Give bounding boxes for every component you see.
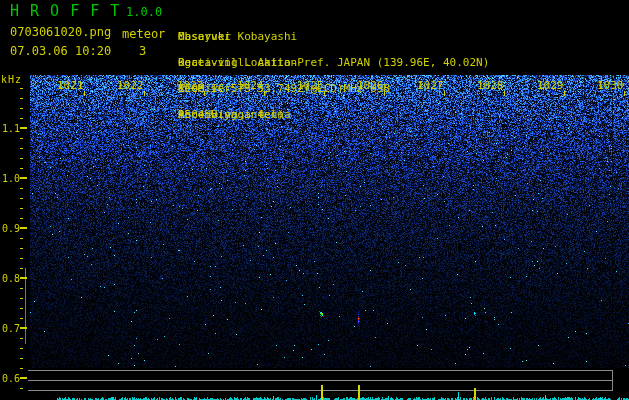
info-value: Masayuki Kobayashi — [178, 30, 297, 43]
record-datetime: 07.03.06 10:20 — [10, 44, 111, 58]
info-value: Ogata-vill. Akita-Pref. JAPAN (139.96E, … — [178, 56, 489, 69]
freq-label: 0.9 — [2, 223, 20, 234]
meteor-count-value: 3 — [139, 44, 146, 58]
time-label: 1021 — [57, 79, 84, 92]
freq-label: 0.8 — [2, 273, 20, 284]
freq-label: 1.0 — [2, 173, 20, 184]
time-label: 1027 — [417, 79, 444, 92]
time-label: 1023 — [177, 79, 204, 92]
station-info: Observer: Masayuki Kobayashi Receiving L… — [178, 4, 205, 134]
app-title: H R O F F T — [10, 2, 120, 20]
freq-label: 0.7 — [2, 323, 20, 334]
time-label: 1024 — [237, 79, 264, 92]
meteor-count-label: meteor — [122, 27, 165, 41]
time-label: 1030 — [597, 79, 624, 92]
time-label: 1029 — [537, 79, 564, 92]
time-label: 1022 — [117, 79, 144, 92]
freq-axis-unit: kHz — [1, 74, 22, 85]
freq-label: 1.1 — [2, 123, 20, 134]
app-version: 1.0.0 — [126, 5, 162, 19]
time-label: 1025 — [297, 79, 324, 92]
time-label: 1026 — [357, 79, 384, 92]
info-value: A504HB(yagi 4el) — [178, 108, 284, 121]
hrofft-window: H R O F F T 1.0.0 0703061020.png meteor … — [0, 0, 629, 400]
time-label: 1028 — [477, 79, 504, 92]
output-filename: 0703061020.png — [10, 25, 111, 39]
freq-label: 0.6 — [2, 373, 20, 384]
